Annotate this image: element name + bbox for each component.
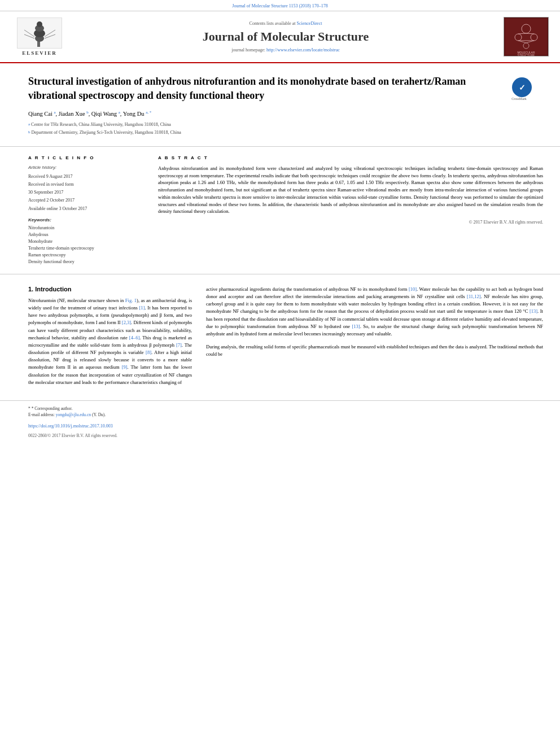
ref-23: [2,3]	[122, 320, 131, 325]
ref-13b: [13]	[352, 324, 360, 329]
sciencedirect-line: Contents lists available at ScienceDirec…	[79, 21, 492, 26]
ref-1112: [11,12]	[467, 294, 480, 299]
top-bar: Journal of Molecular Structure 1153 (201…	[0, 0, 560, 11]
author-4: Yong Du a, *	[123, 111, 151, 117]
intro-right-text-2: During analysis, the resulting solid for…	[206, 343, 543, 358]
ref-1: [1]	[139, 305, 145, 311]
keyword-6: Density functional theory	[28, 259, 147, 265]
ref-46: [4–6]	[129, 335, 139, 340]
intro-title-label: Introduction	[35, 286, 71, 292]
crossmark-svg: ✓	[514, 79, 531, 96]
svg-text:✓: ✓	[519, 83, 526, 92]
cover-svg: MOLECULAR STRUCTURE	[504, 18, 548, 56]
affiliation-a: a Centre for THz Research, China Jiliang…	[28, 121, 532, 128]
body-left-col: 1. Introduction Nitrofurantoin (NF, mole…	[28, 286, 192, 386]
svg-line-5	[24, 30, 34, 37]
elsevier-text-label: ELSEVIER	[22, 50, 57, 56]
two-col-section: A R T I C L E I N F O Article history: R…	[0, 147, 560, 274]
keyword-1: Nitrofurantoin	[28, 225, 147, 231]
keyword-2: Anhydrous	[28, 231, 147, 238]
abstract-col: A B S T R A C T Anhydrous nitrofurantion…	[158, 155, 543, 265]
affiliation-b: b Department of Chemistry, Zhejiang Sci-…	[28, 129, 532, 136]
fig1-ref: Fig. 1	[125, 298, 137, 303]
article-info-col: A R T I C L E I N F O Article history: R…	[28, 155, 147, 265]
svg-line-8	[45, 34, 55, 38]
svg-rect-0	[37, 41, 40, 47]
elsevier-logo: ELSEVIER	[11, 18, 68, 56]
elsevier-logo-img	[17, 18, 62, 49]
received-revised-date: 30 September 2017	[28, 189, 147, 195]
journal-cover-image: MOLECULAR STRUCTURE	[504, 17, 549, 56]
svg-text:STRUCTURE: STRUCTURE	[518, 54, 535, 56]
header-center: Contents lists available at ScienceDirec…	[68, 21, 504, 53]
doi-link-section: https://doi.org/10.1016/j.molstruc.2017.…	[0, 421, 560, 431]
ref-7: [7]	[176, 342, 182, 348]
abstract-heading: A B S T R A C T	[158, 155, 543, 160]
received-revised-label: Received in revised form	[28, 181, 147, 187]
article-title: Structural investigation of anhydrous ni…	[28, 75, 532, 103]
ref-8: [8]	[146, 350, 151, 355]
received-date: Received 9 August 2017	[28, 173, 147, 180]
journal-title: Journal of Molecular Structure	[79, 29, 492, 44]
article-section: ✓ CrossMark Structural investigation of …	[0, 63, 560, 147]
author-3: Qiqi Wang a	[91, 111, 120, 117]
doi-link[interactable]: https://doi.org/10.1016/j.molstruc.2017.…	[28, 423, 113, 429]
keyword-5: Raman spectroscopy	[28, 252, 147, 259]
available-date: Available online 3 October 2017	[28, 206, 147, 212]
homepage-line: journal homepage: http://www.elsevier.co…	[79, 47, 492, 53]
keyword-3: Monohydrate	[28, 238, 147, 245]
ref-10: [10]	[409, 286, 417, 292]
homepage-link[interactable]: http://www.elsevier.com/locate/molstruc	[266, 47, 340, 53]
svg-line-7	[45, 30, 55, 37]
corresponding-author-note: * * Corresponding author.	[28, 405, 532, 412]
ref-13a: [13]	[530, 308, 537, 314]
footnote-section: * * Corresponding author. E-mail address…	[0, 400, 560, 421]
elsevier-tree-svg	[19, 19, 61, 48]
intro-left-text: Nitrofurantoin (NF, molecular structure …	[28, 297, 192, 386]
page-container: Journal of Molecular Structure 1153 (201…	[0, 0, 560, 444]
svg-line-6	[24, 34, 34, 38]
bottom-copyright: 0022-2860/© 2017 Elsevier B.V. All right…	[0, 431, 560, 444]
author-1: Qiang Cai a	[28, 111, 56, 117]
intro-heading: 1. Introduction	[28, 286, 192, 292]
affiliations: a Centre for THz Research, China Jiliang…	[28, 121, 532, 136]
crossmark-badge: ✓	[512, 77, 532, 97]
article-info-heading: A R T I C L E I N F O	[28, 155, 147, 160]
journal-reference: Journal of Molecular Structure 1153 (201…	[232, 3, 327, 8]
abstract-copyright: © 2017 Elsevier B.V. All rights reserved…	[158, 220, 543, 225]
body-section: 1. Introduction Nitrofurantoin (NF, mole…	[0, 274, 560, 395]
author-2: Jiadan Xue b	[59, 111, 89, 117]
email-note: E-mail address: yongdu@cjlu.edu.cn (Y. D…	[28, 412, 532, 418]
article-history-label: Article history:	[28, 165, 147, 170]
email-link[interactable]: yongdu@cjlu.edu.cn	[56, 412, 91, 417]
authors-line: Qiang Cai a, Jiadan Xue b, Qiqi Wang a, …	[28, 110, 532, 117]
ref-9: [9]	[122, 364, 128, 370]
header-section: ELSEVIER Contents lists available at Sci…	[0, 11, 560, 63]
keyword-4: Terahertz time-domain spectroscopy	[28, 245, 147, 252]
keywords-label: Keywords:	[28, 217, 147, 222]
body-right-col: active pharmaceutical ingredients during…	[206, 286, 543, 386]
svg-point-4	[37, 21, 42, 27]
intro-right-text-1: active pharmaceutical ingredients during…	[206, 286, 543, 338]
abstract-text: Anhydrous nitrofurantion and its monohyd…	[158, 165, 543, 215]
sciencedirect-link[interactable]: ScienceDirect	[297, 21, 322, 26]
accepted-date: Accepted 2 October 2017	[28, 197, 147, 203]
